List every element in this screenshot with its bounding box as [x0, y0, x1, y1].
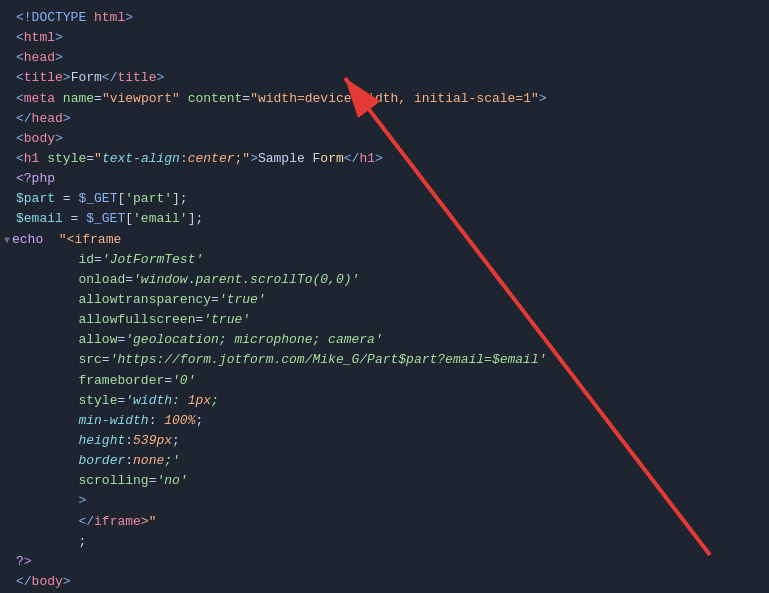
code-token: 'no'	[156, 473, 187, 488]
code-token: center	[188, 151, 235, 166]
code-token: Form	[71, 70, 102, 85]
code-token: body	[24, 131, 55, 146]
code-line: border:none;'	[0, 451, 769, 471]
code-token: name	[63, 91, 94, 106]
code-line: echo "<iframe	[0, 230, 769, 250]
line-content: <?php	[16, 169, 761, 189]
code-token	[16, 514, 78, 529]
code-token: style	[47, 151, 86, 166]
code-token: >	[250, 151, 258, 166]
code-line: allow='geolocation; microphone; camera'	[0, 330, 769, 350]
line-content: echo "<iframe	[12, 230, 761, 250]
code-token: >	[63, 70, 71, 85]
code-token: 539px	[133, 433, 172, 448]
code-token: 100%	[156, 413, 195, 428]
code-token: >	[539, 91, 547, 106]
code-token: $email	[16, 211, 63, 226]
code-token: >	[55, 30, 63, 45]
code-token: =	[164, 373, 172, 388]
code-token: $part	[16, 191, 55, 206]
code-token: orm	[320, 151, 343, 166]
code-token: 'part'	[125, 191, 172, 206]
code-token: >	[156, 70, 164, 85]
code-token	[16, 252, 78, 267]
code-line: allowtransparency='true'	[0, 290, 769, 310]
line-content: allow='geolocation; microphone; camera'	[16, 330, 761, 350]
code-line: scrolling='no'	[0, 471, 769, 491]
code-line: allowfullscreen='true'	[0, 310, 769, 330]
code-token: =	[63, 211, 86, 226]
line-content: frameborder='0'	[16, 371, 761, 391]
code-line: frameborder='0'	[0, 371, 769, 391]
code-token	[43, 232, 59, 247]
code-token: 'true'	[219, 292, 266, 307]
code-token: >	[55, 50, 63, 65]
line-content: </iframe>"	[16, 512, 761, 532]
code-token	[16, 272, 78, 287]
code-line: $email = $_GET['email'];	[0, 209, 769, 229]
code-line: ?>	[0, 552, 769, 572]
code-token: ;'	[164, 453, 180, 468]
code-token: >	[78, 493, 86, 508]
code-token	[16, 453, 78, 468]
code-token: text-align	[102, 151, 180, 166]
code-token: html	[24, 30, 55, 45]
code-token	[16, 352, 78, 367]
code-token: 'https://form.jotform.com/Mike_G/Part$pa…	[110, 352, 547, 367]
line-content: >	[16, 491, 761, 511]
code-token: allowfullscreen	[78, 312, 195, 327]
code-token: <	[16, 131, 24, 146]
code-token: <	[16, 151, 24, 166]
code-token: <!DOCTYPE	[16, 10, 94, 25]
code-token: echo	[12, 232, 43, 247]
code-token: </	[16, 574, 32, 589]
line-content: style='width: 1px;	[16, 391, 761, 411]
code-token: <	[16, 50, 24, 65]
code-token: 'email'	[133, 211, 188, 226]
code-token: =	[94, 91, 102, 106]
code-token: ];	[172, 191, 188, 206]
code-token: =	[94, 252, 102, 267]
code-token: $_GET	[78, 191, 117, 206]
line-content: </body>	[16, 572, 761, 592]
code-token: id	[78, 252, 94, 267]
code-token: allowtransparency	[78, 292, 211, 307]
code-line: $part = $_GET['part'];	[0, 189, 769, 209]
code-line: </head>	[0, 109, 769, 129]
code-token: '0'	[172, 373, 195, 388]
line-content: id='JotFormTest'	[16, 250, 761, 270]
line-content: allowfullscreen='true'	[16, 310, 761, 330]
code-token	[16, 373, 78, 388]
line-content: min-width: 100%;	[16, 411, 761, 431]
code-token: :	[172, 393, 180, 408]
code-token: min-width	[78, 413, 148, 428]
code-token: =	[211, 292, 219, 307]
code-token: 1px	[180, 393, 211, 408]
code-line: ;	[0, 532, 769, 552]
code-token	[55, 91, 63, 106]
code-token: head	[24, 50, 55, 65]
code-line: <head>	[0, 48, 769, 68]
code-line: <html>	[0, 28, 769, 48]
line-content: src='https://form.jotform.com/Mike_G/Par…	[16, 350, 761, 370]
code-token	[16, 393, 78, 408]
line-content: ?>	[16, 552, 761, 572]
code-token	[16, 292, 78, 307]
code-token: ;	[172, 433, 180, 448]
code-token: h1	[359, 151, 375, 166]
line-content: scrolling='no'	[16, 471, 761, 491]
code-token: parent.scrollTo(0,0)'	[195, 272, 359, 287]
code-token: 'window	[133, 272, 188, 287]
code-token: style	[78, 393, 117, 408]
code-token: "viewport"	[102, 91, 180, 106]
code-token: title	[24, 70, 63, 85]
code-token: ;"	[235, 151, 251, 166]
line-content: <title>Form</title>	[16, 68, 761, 88]
line-content: allowtransparency='true'	[16, 290, 761, 310]
code-token: scrolling	[78, 473, 148, 488]
collapse-icon[interactable]	[4, 233, 10, 249]
code-token: src	[78, 352, 101, 367]
code-token	[16, 312, 78, 327]
code-token: :	[125, 433, 133, 448]
line-content: onload='window.parent.scrollTo(0,0)'	[16, 270, 761, 290]
